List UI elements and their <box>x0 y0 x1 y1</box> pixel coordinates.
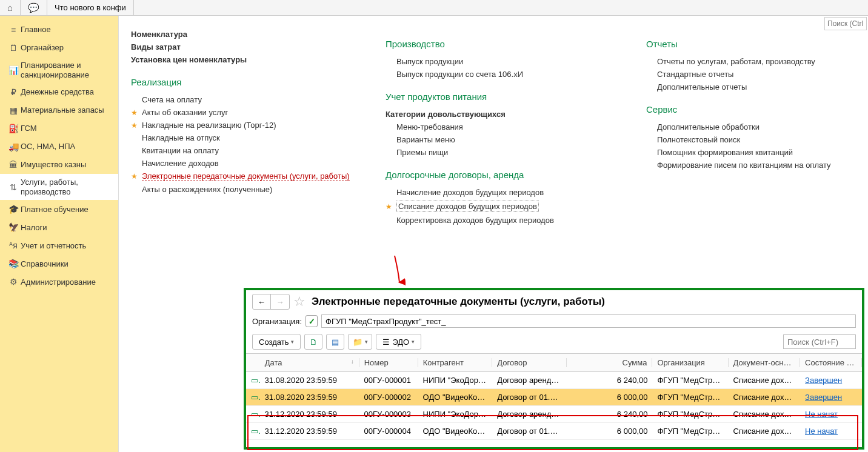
menu-link[interactable]: Начисление доходов <box>131 157 386 170</box>
sidebar-item[interactable]: ₽Денежные средства <box>0 83 118 101</box>
sidebar-item[interactable]: 🎓Платное обучение <box>0 200 118 218</box>
sidebar-item[interactable]: 🦅Налоги <box>0 218 118 236</box>
status-link[interactable]: Не начат <box>805 410 838 419</box>
menu-link[interactable]: Выпуск продукции со счета 106.хИ <box>386 68 646 81</box>
col-kont[interactable]: Контрагент <box>418 358 493 367</box>
menu-link[interactable]: Меню-требования <box>386 121 646 133</box>
table-row[interactable]: ▭31.08.2020 23:59:5900ГУ-000002ОДО "Виде… <box>246 389 862 406</box>
documents-window: ← → ☆ Электронные передаточные документы… <box>244 288 864 450</box>
doc-icon: ▭ <box>246 410 260 419</box>
table-row[interactable]: ▭31.12.2020 23:59:5900ГУ-000004ОДО "Виде… <box>246 423 862 440</box>
sidebar-label: Главное <box>21 25 112 35</box>
sidebar-item[interactable]: ▦Материальные запасы <box>0 101 118 119</box>
menu-link[interactable]: Корректировка доходов будущих периодов <box>386 214 646 227</box>
menu-link[interactable]: Варианты меню <box>386 133 646 146</box>
refresh-icon: 🗋 <box>310 337 318 347</box>
col-doc[interactable]: Документ-основание <box>729 358 800 367</box>
sidebar-item[interactable]: ≡Главное <box>0 21 118 39</box>
forward-button[interactable]: → <box>271 294 289 309</box>
chat-tab[interactable]: 💬 <box>21 0 47 16</box>
table-search-input[interactable] <box>783 334 856 349</box>
list-button[interactable]: ▤ <box>326 334 344 350</box>
sidebar-icon: ᴬя <box>6 241 21 250</box>
favorite-star-icon[interactable]: ☆ <box>293 294 305 310</box>
sidebar-item[interactable]: 📊Планирование и санкционирование <box>0 57 118 83</box>
sidebar-item[interactable]: 🚚ОС, НМА, НПА <box>0 138 118 156</box>
table-row[interactable]: ▭31.12.2020 23:59:5900ГУ-000003НИПИ "Эко… <box>246 406 862 423</box>
col-sum[interactable]: Сумма <box>567 358 653 367</box>
cell-org: ФГУП "МедСтрахП... <box>652 376 728 385</box>
link-label: Накладные на реализацию (Торг-12) <box>142 121 276 130</box>
menu-link[interactable]: ★Накладные на реализацию (Торг-12) <box>131 119 386 131</box>
edo-button-label: ЭДО <box>392 337 409 347</box>
menu-link[interactable]: Начисление доходов будущих периодов <box>386 186 646 199</box>
top-tab-bar: ⌂ 💬 Что нового в конфи <box>0 0 868 16</box>
menu-link[interactable]: Счета на оплату <box>131 93 386 106</box>
org-input[interactable] <box>321 314 856 328</box>
menu-link[interactable]: Номенклатура <box>131 28 386 41</box>
menu-link[interactable]: Виды затрат <box>131 41 386 53</box>
sidebar-icon: 🎓 <box>6 204 21 214</box>
menu-link[interactable]: Полнотекстовый поиск <box>646 133 864 146</box>
sidebar-item[interactable]: ⚙Администрирование <box>0 273 118 291</box>
main-content: НоменклатураВиды затратУстановка цен ном… <box>119 16 868 452</box>
menu-link[interactable]: Накладные на отпуск <box>131 131 386 144</box>
col-org[interactable]: Организация <box>652 358 728 367</box>
sidebar-icon: 🚚 <box>6 142 21 151</box>
sidebar-item[interactable]: ᴬяУчет и отчетность <box>0 236 118 254</box>
create-button[interactable]: Создать▾ <box>252 334 301 350</box>
menu-link[interactable]: Дополнительные обработки <box>646 121 864 133</box>
cell-dog: Договор от 01.01.2... <box>492 393 567 402</box>
whatsnew-tab[interactable]: Что нового в конфи <box>47 0 134 16</box>
group-title: Долгосрочные договоры, аренда <box>386 170 646 180</box>
menu-link[interactable]: Акты о расхождениях (полученные) <box>131 183 386 196</box>
menu-link[interactable]: ★Акты об оказании услуг <box>131 106 386 119</box>
sidebar-item[interactable]: ⇅Услуги, работы, производство <box>0 174 118 200</box>
status-link[interactable]: Не начат <box>805 427 838 436</box>
col-date[interactable]: Дата↓ <box>260 358 359 367</box>
sidebar-label: Администрирование <box>21 278 112 287</box>
sidebar-item[interactable]: ⛽ГСМ <box>0 119 118 138</box>
cell-status: Завершен <box>800 393 862 402</box>
sidebar-item[interactable]: 🏛Имущество казны <box>0 156 118 174</box>
menu-link[interactable]: ★Электронные передаточные документы (усл… <box>131 170 386 183</box>
menu-link[interactable]: Дополнительные отчеты <box>646 81 864 93</box>
menu-link[interactable]: Отчеты по услугам, работам, производству <box>646 55 864 68</box>
cell-doc: Списание доходов ... <box>729 427 800 436</box>
cell-num: 00ГУ-000001 <box>359 376 418 385</box>
menu-link[interactable]: Выпуск продукции <box>386 55 646 68</box>
cell-doc: Списание доходов ... <box>729 376 800 385</box>
link-label: Квитанции на оплату <box>142 146 219 155</box>
sidebar-label: ОС, НМА, НПА <box>21 142 112 151</box>
col-dog[interactable]: Договор <box>492 358 567 367</box>
whatsnew-label: Что нового в конфи <box>55 3 126 12</box>
sidebar-item[interactable]: 🗒Органайзер <box>0 39 118 57</box>
link-label: Накладные на отпуск <box>142 133 220 142</box>
link-label: Акты об оказании услуг <box>142 108 228 117</box>
menu-link[interactable]: Приемы пищи <box>386 146 646 159</box>
sidebar-icon: ▦ <box>6 105 21 115</box>
menu-link[interactable]: Квитанции на оплату <box>131 144 386 157</box>
folder-button[interactable]: 📁▾ <box>348 334 372 350</box>
sidebar-label: Денежные средства <box>21 87 112 97</box>
table-row[interactable]: ▭31.08.2020 23:59:5900ГУ-000001НИПИ "Эко… <box>246 372 862 389</box>
edo-button[interactable]: ☰ЭДО▾ <box>376 334 421 350</box>
menu-link[interactable]: Формирование писем по квитанциям на опла… <box>646 159 864 171</box>
org-checkbox[interactable]: ✓ <box>305 315 318 327</box>
edo-icon: ☰ <box>382 337 390 347</box>
col-status[interactable]: Состояние ЭДО <box>800 358 862 367</box>
status-link[interactable]: Завершен <box>805 376 842 385</box>
org-label: Организация: <box>252 317 302 326</box>
documents-table: Дата↓ Номер Контрагент Договор Сумма Орг… <box>246 353 862 440</box>
col-num[interactable]: Номер <box>359 358 418 367</box>
sidebar-item[interactable]: 📚Справочники <box>0 254 118 273</box>
home-tab[interactable]: ⌂ <box>0 0 21 16</box>
menu-link[interactable]: Помощник формирования квитанций <box>646 146 864 159</box>
menu-link[interactable]: Категории довольствующихся <box>386 108 646 121</box>
back-button[interactable]: ← <box>253 294 271 309</box>
status-link[interactable]: Завершен <box>805 393 842 402</box>
menu-link[interactable]: Установка цен номенклатуры <box>131 53 386 66</box>
menu-link[interactable]: Стандартные отчеты <box>646 68 864 81</box>
menu-link[interactable]: ★Списание доходов будущих периодов <box>386 199 646 214</box>
refresh-button[interactable]: 🗋 <box>304 334 322 350</box>
